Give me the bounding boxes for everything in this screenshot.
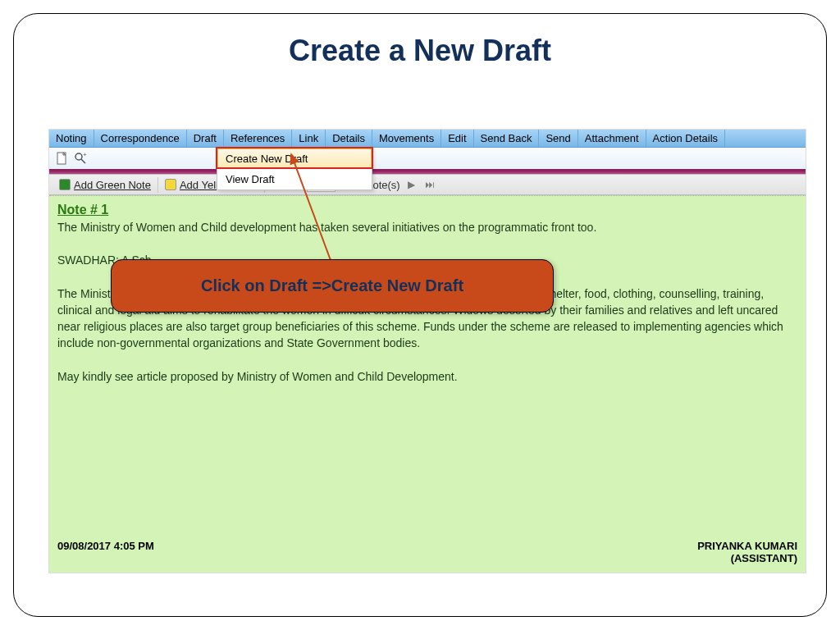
menu-noting[interactable]: Noting — [49, 130, 94, 147]
dropdown-view-draft[interactable]: View Draft — [217, 169, 372, 189]
menubar: Noting Correspondence Draft References L… — [49, 130, 806, 148]
notes-toolbar: Add Green Note Add Yellow Note ⏮ ◀ 1-1 o… — [49, 174, 806, 195]
slide-title: Create a New Draft — [14, 34, 826, 68]
file-icon[interactable] — [56, 152, 69, 165]
svg-text:+: + — [83, 152, 87, 158]
note-author-name: PRIYANKA KUMARI — [697, 540, 797, 552]
svg-line-2 — [81, 159, 85, 163]
yellow-note-icon — [165, 179, 176, 190]
app-screenshot: Noting Correspondence Draft References L… — [48, 129, 806, 573]
menu-details[interactable]: Details — [326, 130, 372, 147]
menu-correspondence[interactable]: Correspondence — [94, 130, 187, 147]
menu-action-details[interactable]: Action Details — [646, 130, 725, 147]
note-area: Note # 1 The Ministry of Women and Child… — [49, 195, 806, 573]
menu-link[interactable]: Link — [292, 130, 326, 147]
add-green-note-button[interactable]: Add Green Note — [52, 177, 158, 193]
search-icon[interactable]: + — [74, 152, 87, 165]
note-paragraph-1: The Ministry of Women and Child developm… — [57, 219, 797, 235]
svg-point-1 — [75, 153, 82, 160]
callout-text: Click on Draft =>Create New Draft — [201, 276, 463, 294]
menu-draft[interactable]: Draft — [187, 130, 224, 147]
pager-next-icon[interactable]: ▶ — [405, 179, 418, 190]
menu-attachment[interactable]: Attachment — [578, 130, 646, 147]
menu-edit[interactable]: Edit — [441, 130, 473, 147]
menu-references[interactable]: References — [224, 130, 292, 147]
note-author-role: (ASSISTANT) — [697, 552, 797, 564]
toolbar: + Create New Draft View Draft — [49, 148, 806, 171]
slide-frame: Create a New Draft Noting Correspondence… — [13, 13, 827, 617]
draft-dropdown: Create New Draft View Draft — [217, 148, 372, 190]
note-timestamp: 09/08/2017 4:05 PM — [57, 540, 154, 564]
green-note-icon — [59, 179, 71, 190]
instruction-callout: Click on Draft =>Create New Draft — [111, 259, 554, 313]
menu-send-back[interactable]: Send Back — [474, 130, 540, 147]
note-title: Note # 1 — [57, 203, 797, 217]
note-author: PRIYANKA KUMARI (ASSISTANT) — [697, 540, 797, 564]
add-green-note-label: Add Green Note — [74, 179, 151, 191]
menu-send[interactable]: Send — [539, 130, 578, 147]
dropdown-create-new-draft[interactable]: Create New Draft — [217, 148, 372, 169]
note-paragraph-4: May kindly see article proposed by Minis… — [57, 368, 797, 385]
note-footer: 09/08/2017 4:05 PM PRIYANKA KUMARI (ASSI… — [57, 540, 797, 564]
pager-last-icon[interactable]: ⏭ — [422, 179, 437, 190]
menu-movements[interactable]: Movements — [372, 130, 441, 147]
